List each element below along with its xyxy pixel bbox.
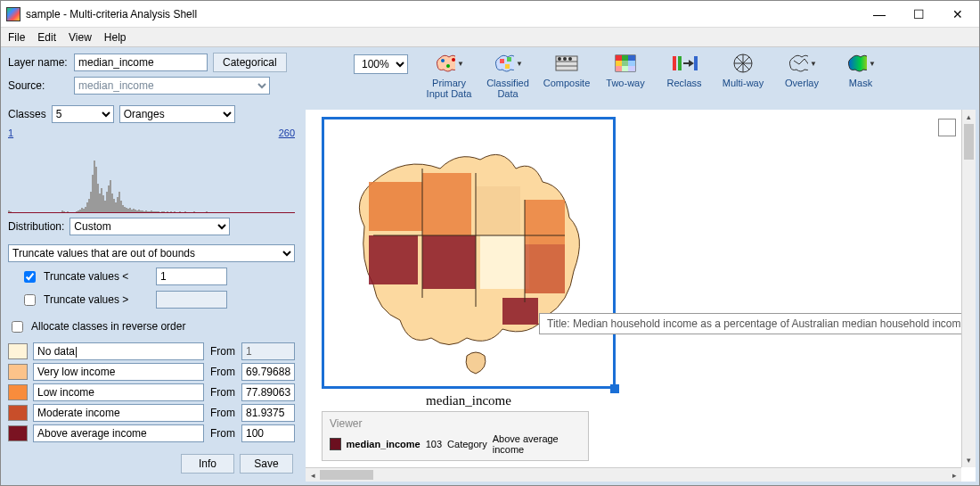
australia-map-icon	[324, 119, 618, 387]
reverse-order-checkbox[interactable]	[12, 321, 23, 333]
class-from-input[interactable]	[241, 404, 295, 422]
class-name-input[interactable]	[33, 383, 204, 401]
scroll-right-icon[interactable]: ▸	[947, 468, 961, 482]
class-from-input[interactable]	[241, 424, 295, 442]
class-row: From	[8, 424, 295, 442]
categorical-button[interactable]: Categorical	[213, 53, 287, 72]
toolbar-reclass[interactable]: Reclass	[659, 51, 709, 99]
histogram-bar	[10, 211, 12, 212]
truncate-gt-checkbox[interactable]	[24, 294, 36, 306]
svg-rect-37	[525, 244, 565, 293]
class-name-input[interactable]	[33, 404, 204, 422]
from-label: From	[209, 407, 236, 419]
histogram-bar	[158, 211, 159, 212]
class-from-input[interactable]	[241, 363, 295, 381]
class-row: From	[8, 383, 295, 401]
menu-file[interactable]: File	[8, 31, 25, 44]
source-select[interactable]: median_income	[74, 77, 270, 95]
toolbar-mask[interactable]: ▼Mask	[836, 51, 886, 99]
primary-input-data-icon: ▼	[434, 51, 464, 76]
class-from-input[interactable]	[241, 383, 295, 401]
toolbar-label: Composite	[543, 78, 591, 88]
toolbar-primary-input-data[interactable]: ▼PrimaryInput Data	[424, 51, 474, 99]
window-maximize-button[interactable]: ☐	[899, 2, 938, 27]
from-label: From	[209, 386, 236, 399]
svg-rect-19	[616, 66, 622, 71]
legend-swatch	[330, 438, 341, 450]
map-tooltip: Title: Median household income as a perc…	[539, 313, 975, 334]
classes-count-select[interactable]: 5	[52, 105, 114, 123]
viewer-title: Viewer	[330, 417, 581, 430]
svg-rect-38	[502, 298, 538, 325]
histogram	[8, 144, 295, 213]
palette-select[interactable]: Oranges	[119, 105, 235, 123]
reclass-icon	[669, 51, 699, 76]
toolbar: 100% ▼PrimaryInput Data▼ClassifiedDataCo…	[302, 47, 979, 110]
toolbar-two-way[interactable]: Two-way	[600, 51, 650, 99]
titlebar: sample - Multi-criteria Analysis Shell —…	[1, 1, 979, 28]
horizontal-scrollbar[interactable]: ◂ ▸	[306, 467, 961, 482]
toolbar-composite[interactable]: Composite	[542, 51, 592, 99]
svg-rect-23	[678, 56, 682, 70]
map-viewport[interactable]: median_income Title: Median household in…	[306, 110, 976, 482]
svg-rect-5	[505, 64, 510, 69]
histogram-bar	[206, 211, 208, 212]
histogram-bar	[67, 211, 69, 212]
multi-way-icon	[728, 51, 758, 76]
svg-rect-17	[622, 61, 628, 66]
menu-edit[interactable]: Edit	[37, 31, 56, 44]
scroll-up-icon[interactable]: ▴	[962, 110, 976, 124]
scroll-left-icon[interactable]: ◂	[306, 468, 320, 482]
class-swatch	[8, 364, 28, 380]
toolbar-label: Mask	[849, 78, 872, 88]
hscroll-thumb[interactable]	[320, 470, 373, 480]
map-frame[interactable]	[322, 117, 616, 389]
svg-rect-3	[500, 59, 504, 63]
class-name-input[interactable]	[33, 363, 204, 381]
svg-rect-22	[673, 56, 676, 70]
zoom-select[interactable]: 100%	[354, 54, 408, 74]
histogram-bar	[167, 211, 168, 212]
legend-value: 103	[426, 439, 442, 449]
toolbar-label: Overlay	[785, 78, 819, 88]
class-row: From	[8, 404, 295, 422]
overlay-icon: ▼	[787, 51, 817, 76]
scroll-down-icon[interactable]: ▾	[962, 453, 976, 467]
histogram-bar	[184, 211, 186, 212]
menubar: File Edit View Help	[1, 28, 979, 47]
svg-rect-33	[422, 235, 476, 289]
truncate-mode-select[interactable]: Truncate values that are out of bounds	[8, 244, 295, 262]
source-label: Source:	[8, 79, 69, 92]
class-from-input[interactable]	[241, 342, 295, 360]
toolbar-classified-data[interactable]: ▼ClassifiedData	[483, 51, 533, 99]
svg-rect-24	[694, 56, 698, 70]
toolbar-label: ClassifiedData	[486, 78, 529, 99]
window-minimize-button[interactable]: —	[860, 2, 899, 27]
vscroll-thumb[interactable]	[964, 124, 974, 160]
menu-view[interactable]: View	[69, 31, 92, 44]
toolbar-multi-way[interactable]: Multi-way	[718, 51, 768, 99]
vertical-scrollbar[interactable]: ▴ ▾	[961, 110, 976, 467]
class-swatch	[8, 405, 28, 421]
class-name-input[interactable]	[33, 342, 204, 360]
map-resize-handle[interactable]	[610, 384, 619, 393]
histogram-bar	[163, 211, 165, 212]
save-button[interactable]: Save	[240, 454, 293, 474]
hist-max[interactable]: 260	[279, 128, 295, 138]
toolbar-overlay[interactable]: ▼Overlay	[777, 51, 827, 99]
menu-help[interactable]: Help	[104, 31, 127, 44]
truncate-lt-checkbox[interactable]	[24, 271, 36, 283]
hist-min[interactable]: 1	[8, 128, 13, 138]
truncate-gt-label: Truncate values >	[44, 293, 151, 306]
truncate-gt-input[interactable]	[156, 291, 227, 309]
window-close-button[interactable]: ✕	[938, 2, 977, 27]
truncate-lt-input[interactable]	[156, 268, 227, 285]
dropdown-caret-icon: ▼	[516, 60, 523, 68]
class-name-input[interactable]	[33, 424, 204, 442]
viewer-expand-box[interactable]	[938, 119, 956, 136]
svg-rect-4	[507, 57, 511, 62]
layer-name-input[interactable]	[74, 54, 208, 71]
info-button[interactable]: Info	[181, 454, 234, 474]
reverse-order-label: Allocate classes in reverse order	[31, 320, 185, 333]
distribution-select[interactable]: Custom	[69, 218, 230, 235]
